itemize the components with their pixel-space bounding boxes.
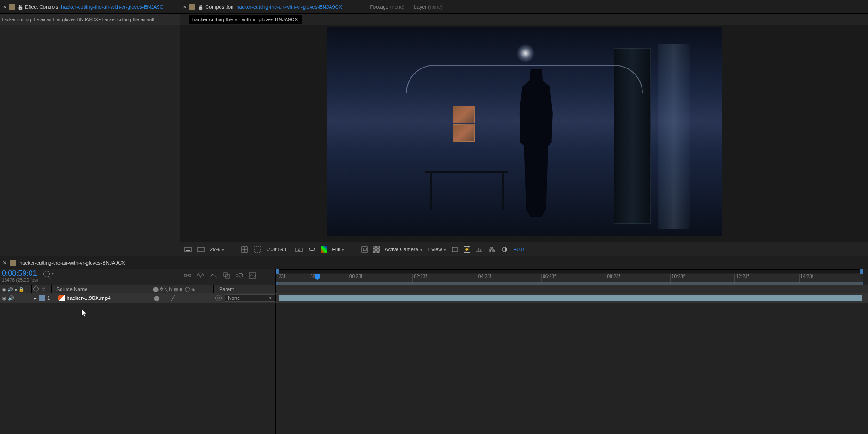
- panel-menu-icon[interactable]: ≡: [129, 260, 137, 266]
- video-toggle-icon[interactable]: ◉: [2, 295, 6, 301]
- camera-dropdown[interactable]: Active Camera: [385, 247, 422, 252]
- effect-controls-layer-link[interactable]: hacker-cutting-the-air-with-vr-gloves-BN…: [61, 4, 163, 10]
- layer-duration-bar[interactable]: [279, 295, 862, 301]
- ruler-tick: 10:23f: [670, 274, 734, 283]
- panel-color-swatch: [189, 4, 195, 10]
- panel-menu-icon[interactable]: ≡: [166, 4, 174, 10]
- svg-rect-2: [198, 247, 204, 252]
- work-area-bar[interactable]: [277, 282, 862, 285]
- graph-editor-icon[interactable]: [248, 271, 257, 279]
- ruler-tick: 00:23f: [348, 274, 412, 283]
- frame-blend-icon[interactable]: [222, 271, 231, 279]
- source-name-column-header[interactable]: Source Name: [54, 286, 151, 292]
- svg-rect-12: [363, 248, 366, 251]
- ruler-tick: 08:23f: [606, 274, 670, 283]
- footage-tab-label: Footage: [370, 4, 388, 10]
- svg-rect-7: [296, 248, 302, 252]
- parent-dropdown[interactable]: None ▼: [225, 294, 275, 302]
- parent-column-header[interactable]: Parent: [215, 286, 275, 292]
- close-icon[interactable]: ×: [3, 3, 6, 11]
- close-icon[interactable]: ×: [3, 259, 6, 267]
- timeline-body[interactable]: [0, 303, 868, 434]
- exposure-value[interactable]: +0.0: [513, 247, 524, 252]
- preview-timecode[interactable]: 0:08:59:01: [266, 247, 290, 252]
- composition-name-link[interactable]: hacker-cutting-the-air-with-vr-gloves-BN…: [236, 4, 342, 10]
- resolution-dropdown[interactable]: Full: [332, 247, 344, 252]
- svg-point-9: [309, 248, 312, 251]
- resolution-grid-icon[interactable]: [240, 245, 249, 254]
- svg-rect-11: [362, 247, 367, 252]
- svg-rect-1: [186, 250, 190, 251]
- video-column-icon[interactable]: ◉: [2, 287, 6, 292]
- shy-icon[interactable]: [209, 271, 218, 279]
- collapse-switch-icon: ✲: [159, 286, 164, 292]
- channel-icon[interactable]: [321, 246, 327, 253]
- expand-layer-icon[interactable]: ▸: [34, 295, 39, 301]
- ruler-tick: 06:23f: [541, 274, 605, 283]
- magnification-grid-icon[interactable]: [197, 245, 205, 254]
- effect-controls-panel: × Effect Controls hacker-cutting-the-air…: [0, 0, 180, 256]
- comp-flowchart-breadcrumb[interactable]: hacker-cutting-the-air-with-vr-gloves-BN…: [189, 15, 302, 24]
- index-column-header[interactable]: #: [42, 286, 49, 292]
- show-snapshot-icon[interactable]: [308, 245, 316, 254]
- svg-point-8: [298, 249, 300, 251]
- svg-rect-26: [184, 274, 187, 276]
- flowchart-icon[interactable]: [488, 245, 496, 254]
- current-timecode[interactable]: 0:08:59:01: [2, 269, 37, 278]
- shy-switch[interactable]: ⬤: [154, 295, 159, 301]
- motion-blur-icon[interactable]: [235, 271, 244, 279]
- comp-mini-flowchart-icon[interactable]: [183, 271, 192, 279]
- ruler-tick: 14:23f: [799, 274, 863, 283]
- video-preview: [327, 27, 722, 236]
- effect-controls-breadcrumb: hacker-cutting-the-air-with-vr-gloves-BN…: [0, 14, 180, 25]
- effect-controls-label: Effect Controls: [25, 4, 58, 10]
- navigator-start-handle[interactable]: [276, 269, 279, 274]
- unlock-icon[interactable]: [18, 4, 22, 10]
- parent-value: None: [228, 295, 240, 301]
- svg-point-10: [312, 248, 315, 251]
- layer-tab-label: Layer: [414, 4, 427, 10]
- ruler-tick: 04:23f: [477, 274, 541, 283]
- layer-name[interactable]: hacker-...9CX.mp4: [67, 295, 151, 301]
- fast-previews-icon[interactable]: ⚡: [464, 246, 470, 253]
- layer-tab[interactable]: Layer (none): [414, 4, 443, 10]
- search-icon[interactable]: [43, 271, 50, 277]
- composition-panel: × Composition hacker-cutting-the-air-wit…: [180, 0, 868, 256]
- layer-tab-none: (none): [428, 4, 443, 10]
- audio-column-icon[interactable]: 🔊: [7, 287, 13, 292]
- panel-menu-icon[interactable]: ≡: [345, 4, 353, 10]
- fx-switch-icon: fx: [169, 286, 173, 292]
- lock-column-icon[interactable]: 🔒: [18, 287, 24, 292]
- footage-tab[interactable]: Footage (none): [370, 4, 404, 10]
- toggle-mask-icon[interactable]: [253, 245, 262, 254]
- ruler-tick: ;23f: [276, 274, 309, 283]
- time-navigator[interactable]: [276, 269, 863, 273]
- snapshot-icon[interactable]: [295, 245, 303, 254]
- quality-switch-icon: ╲: [165, 286, 168, 292]
- unlock-icon[interactable]: [198, 4, 202, 10]
- parent-pickwhip-icon[interactable]: [215, 295, 222, 301]
- draft-3d-icon[interactable]: [196, 271, 205, 279]
- svg-rect-13: [452, 247, 457, 252]
- quality-switch[interactable]: ╱: [171, 295, 175, 301]
- zoom-dropdown[interactable]: 25%: [210, 247, 224, 252]
- label-column-icon[interactable]: [33, 285, 39, 292]
- views-dropdown[interactable]: 1 View: [427, 247, 446, 252]
- timeline-icon[interactable]: [475, 245, 483, 254]
- time-ruler[interactable]: ;23f 58: 00:23f 02:23f 04:23f 06:23f 08:…: [276, 274, 863, 283]
- audio-toggle-icon[interactable]: 🔊: [8, 295, 14, 301]
- toggle-pixel-aspect-icon[interactable]: [451, 245, 459, 254]
- reset-exposure-icon[interactable]: [501, 245, 509, 254]
- roi-icon[interactable]: [361, 245, 369, 254]
- composition-viewer[interactable]: [180, 25, 868, 242]
- solo-column-icon[interactable]: ●: [14, 287, 17, 292]
- navigator-end-handle[interactable]: [860, 269, 863, 274]
- layer-label-color[interactable]: [39, 295, 45, 301]
- motionblur-switch-icon: ◐: [179, 286, 184, 292]
- close-icon[interactable]: ×: [183, 3, 187, 11]
- transparency-grid-icon[interactable]: [373, 246, 380, 253]
- timeline-comp-name[interactable]: hacker-cutting-the-air-with-vr-gloves-BN…: [19, 260, 125, 266]
- ruler-tick: 02:23f: [412, 274, 477, 283]
- always-preview-icon[interactable]: [184, 245, 192, 254]
- layer-row[interactable]: ◉ 🔊 ▸ 1 hacker-...9CX.mp4 ⬤ ╱ None: [0, 293, 868, 303]
